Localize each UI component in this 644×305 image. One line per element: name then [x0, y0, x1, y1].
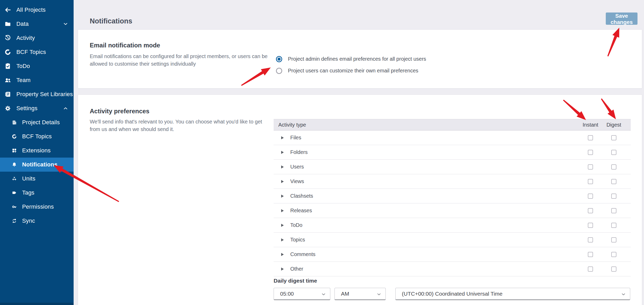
extensions-icon [12, 148, 17, 153]
sidebar-item-label: Activity [16, 35, 35, 41]
activity-type-label: Files [290, 135, 579, 141]
activity-table-body: FilesFoldersUsersViewsClashsetsReleasesT… [274, 130, 631, 276]
activity-preferences-heading: Activity preferences [90, 108, 149, 115]
sidebar-item-label: Settings [16, 105, 37, 112]
sidebar-item-extensions[interactable]: Extensions [0, 144, 74, 158]
expand-triangle-icon[interactable] [281, 224, 284, 227]
sidebar-item-sync[interactable]: Sync [0, 214, 74, 228]
arrow-left-icon [4, 7, 11, 13]
table-row-other: Other [274, 262, 631, 276]
other-digest-checkbox[interactable] [611, 266, 616, 272]
tag-icon [12, 190, 17, 195]
expand-triangle-icon[interactable] [281, 180, 284, 183]
users-instant-checkbox[interactable] [588, 164, 593, 170]
sidebar-item-tags[interactable]: Tags [0, 186, 74, 200]
digest-meridiem-select[interactable]: AM [334, 288, 386, 300]
topics-digest-checkbox[interactable] [611, 237, 616, 242]
activity-type-label: Comments [290, 251, 579, 257]
bcf-icon [4, 49, 11, 55]
chevron-down-icon [376, 291, 382, 297]
expand-triangle-icon[interactable] [281, 238, 284, 241]
save-changes-button[interactable]: Save changes [606, 13, 637, 25]
activity-preferences-description: We'll send info that's relevant to you. … [90, 118, 269, 133]
bell-icon [12, 162, 17, 167]
expand-triangle-icon[interactable] [281, 136, 284, 139]
chevron-down-icon[interactable] [63, 21, 68, 27]
other-instant-checkbox[interactable] [588, 266, 593, 272]
sidebar-item-bcf-topics[interactable]: BCF Topics [0, 45, 74, 59]
sidebar-item-units[interactable]: Units [0, 172, 74, 186]
email-notification-mode-card: Email notification mode Email notificati… [78, 30, 642, 88]
column-header-instant: Instant [579, 122, 602, 128]
chevron-down-icon [621, 291, 626, 297]
files-instant-checkbox[interactable] [588, 135, 593, 140]
comments-digest-checkbox[interactable] [611, 252, 616, 257]
table-row-views: Views [274, 174, 631, 189]
sidebar-item-data[interactable]: Data [0, 17, 74, 31]
column-header-digest: Digest [602, 122, 626, 128]
expand-triangle-icon[interactable] [281, 209, 284, 212]
digest-hour-select[interactable]: 05:00 [274, 288, 330, 300]
views-instant-checkbox[interactable] [588, 179, 593, 184]
sidebar-item-label: BCF Topics [16, 49, 46, 55]
expand-triangle-icon[interactable] [281, 253, 284, 256]
sidebar-item-label: Permissions [22, 203, 54, 210]
table-row-topics: Topics [274, 233, 631, 247]
sidebar-item-team[interactable]: Team [0, 73, 74, 87]
table-row-users: Users [274, 160, 631, 174]
clashsets-digest-checkbox[interactable] [611, 194, 616, 199]
activity-type-label: Users [290, 164, 579, 170]
sidebar-item-bcf-topics[interactable]: BCF Topics [0, 129, 74, 144]
key-icon [12, 204, 17, 209]
sidebar: All ProjectsDataActivityBCF TopicsToDoTe… [0, 0, 74, 305]
sidebar-item-label: Property Set Libraries [16, 91, 73, 98]
sidebar-item-notifications[interactable]: Notifications [0, 158, 74, 172]
clashsets-instant-checkbox[interactable] [588, 194, 593, 199]
table-row-files: Files [274, 130, 631, 145]
chevron-up-icon[interactable] [63, 106, 68, 111]
releases-digest-checkbox[interactable] [611, 208, 616, 213]
column-header-activity-type: Activity type [274, 122, 579, 128]
sidebar-item-label: Units [22, 175, 35, 182]
topics-instant-checkbox[interactable] [588, 237, 593, 242]
sync-icon [12, 218, 17, 223]
sidebar-item-project-details[interactable]: Project Details [0, 115, 74, 129]
sidebar-item-permissions[interactable]: Permissions [0, 200, 74, 214]
activity-type-label: Topics [290, 237, 579, 243]
table-row-clashsets: Clashsets [274, 189, 631, 203]
units-icon [12, 176, 17, 181]
expand-triangle-icon[interactable] [281, 165, 284, 169]
sidebar-item-property-set-libraries[interactable]: Property Set Libraries [0, 87, 74, 101]
sidebar-item-label: Sync [22, 217, 35, 224]
views-digest-checkbox[interactable] [611, 179, 616, 184]
folders-instant-checkbox[interactable] [588, 150, 593, 155]
radio-selected[interactable] [276, 56, 282, 62]
sidebar-footer [0, 303, 74, 305]
email-mode-description: Email notifications can be configured fo… [90, 53, 272, 68]
daily-digest-time-label: Daily digest time [274, 278, 317, 284]
sidebar-item-settings[interactable]: Settings [0, 101, 74, 115]
sidebar-item-all-projects[interactable]: All Projects [0, 3, 74, 17]
sidebar-item-label: Notifications [22, 161, 57, 168]
files-digest-checkbox[interactable] [611, 135, 616, 140]
sidebar-item-activity[interactable]: Activity [0, 31, 74, 45]
users-digest-checkbox[interactable] [611, 164, 616, 170]
sidebar-item-todo[interactable]: ToDo [0, 59, 74, 73]
releases-instant-checkbox[interactable] [588, 208, 593, 213]
digest-timezone-value: (UTC+00:00) Coordinated Universal Time [402, 291, 503, 297]
todo-digest-checkbox[interactable] [611, 223, 616, 228]
expand-triangle-icon[interactable] [281, 267, 284, 271]
folder-icon [4, 21, 11, 27]
expand-triangle-icon[interactable] [281, 195, 284, 198]
digest-timezone-select[interactable]: (UTC+00:00) Coordinated Universal Time [395, 288, 630, 300]
email-mode-options: Project admin defines email preferences … [276, 53, 426, 77]
chevron-down-icon [321, 291, 326, 297]
email-mode-option-project-admin-defines-email-pr: Project admin defines email preferences … [276, 53, 426, 65]
radio-unselected[interactable] [276, 68, 282, 74]
comments-instant-checkbox[interactable] [588, 252, 593, 257]
activity-table-header: Activity type Instant Digest [274, 119, 631, 130]
expand-triangle-icon[interactable] [281, 151, 284, 154]
folders-digest-checkbox[interactable] [611, 150, 616, 155]
todo-instant-checkbox[interactable] [588, 223, 593, 228]
activity-type-label: ToDo [290, 222, 579, 228]
